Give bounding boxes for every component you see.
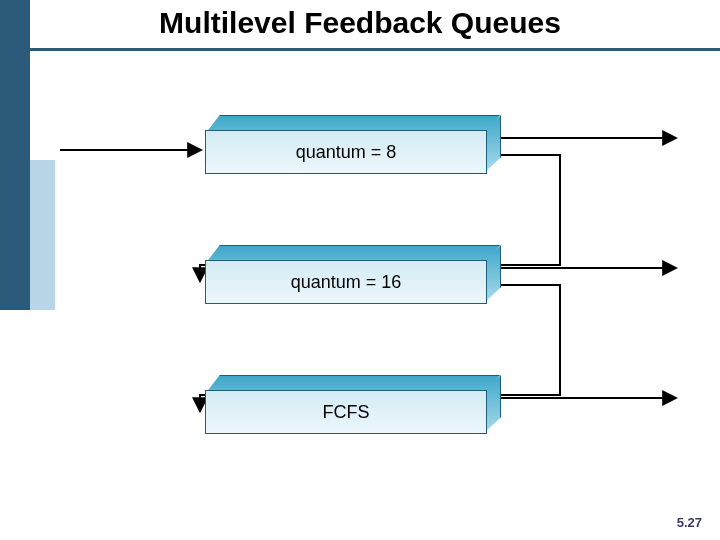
queue-front-face: quantum = 8 — [205, 130, 487, 174]
title-underline — [30, 48, 720, 51]
queue-front-face: quantum = 16 — [205, 260, 487, 304]
slide-number: 5.27 — [677, 515, 702, 530]
slide-title-wrap: Multilevel Feedback Queues — [0, 6, 720, 40]
queue-front-face: FCFS — [205, 390, 487, 434]
sidebar-accent-dark — [0, 0, 30, 310]
queue-label: quantum = 8 — [296, 142, 397, 163]
mlfq-diagram: quantum = 8 quantum = 16 FCFS — [60, 95, 680, 465]
queue-label: FCFS — [323, 402, 370, 423]
queue-label: quantum = 16 — [291, 272, 402, 293]
slide-title: Multilevel Feedback Queues — [159, 6, 561, 39]
